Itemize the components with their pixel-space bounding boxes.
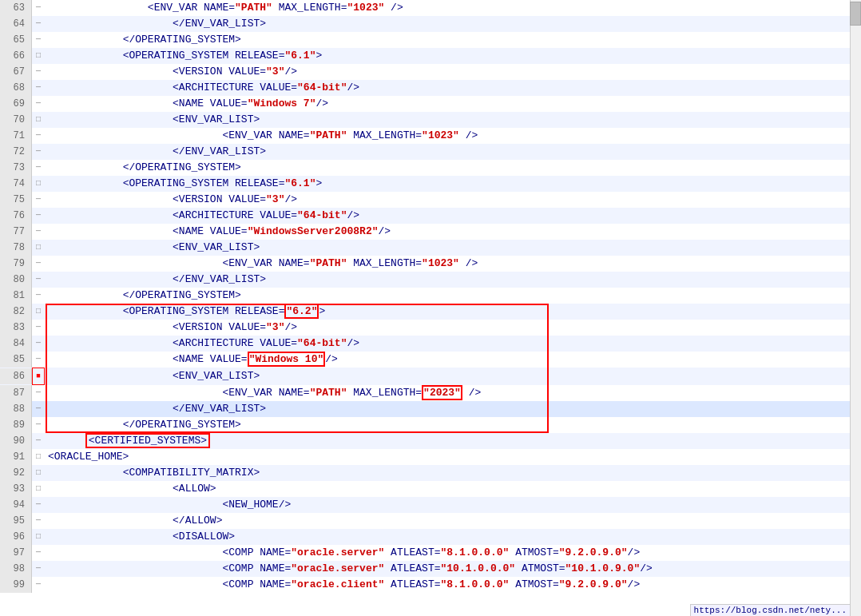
line-number-95: 95 bbox=[0, 513, 32, 529]
fold-88[interactable]: ─ bbox=[32, 401, 45, 417]
code-line-92: 92 □ <COMPATIBILITY_MATRIX> bbox=[0, 465, 861, 481]
fold-66[interactable]: □ bbox=[32, 48, 45, 64]
code-line-95: 95 ─ </ALLOW> bbox=[0, 513, 861, 529]
line-number-79: 79 bbox=[0, 256, 32, 272]
code-line-70: 70 □ <ENV_VAR_LIST> bbox=[0, 112, 861, 128]
line-number-74: 74 bbox=[0, 176, 32, 192]
fold-73[interactable]: ─ bbox=[32, 160, 45, 176]
fold-80[interactable]: ─ bbox=[32, 272, 45, 288]
line-content-63: <ENV_VAR NAME="PATH" MAX_LENGTH="1023" /… bbox=[45, 0, 861, 16]
fold-96[interactable]: □ bbox=[32, 529, 45, 545]
fold-85[interactable]: ─ bbox=[32, 352, 45, 368]
code-line-85: 85 ─ <NAME VALUE="Windows 10"/> bbox=[0, 352, 861, 368]
line-number-63: 63 bbox=[0, 0, 32, 16]
line-content-85: <NAME VALUE="Windows 10"/> bbox=[45, 352, 861, 368]
fold-70[interactable]: □ bbox=[32, 112, 45, 128]
fold-82[interactable]: □ bbox=[32, 304, 45, 320]
code-line-93: 93 □ <ALLOW> bbox=[0, 481, 861, 497]
line-content-89: </OPERATING_SYSTEM> bbox=[45, 417, 861, 433]
fold-97[interactable]: ─ bbox=[32, 545, 45, 561]
fold-83[interactable]: ─ bbox=[32, 320, 45, 336]
fold-74[interactable]: □ bbox=[32, 176, 45, 192]
fold-64[interactable]: ─ bbox=[32, 16, 45, 32]
code-line-65: 65 ─ </OPERATING_SYSTEM> bbox=[0, 32, 861, 48]
line-number-92: 92 bbox=[0, 465, 32, 481]
line-number-78: 78 bbox=[0, 240, 32, 256]
scrollbar-thumb[interactable] bbox=[850, 2, 861, 26]
line-number-91: 91 bbox=[0, 449, 32, 465]
line-content-64: </ENV_VAR_LIST> bbox=[45, 16, 861, 32]
line-number-87: 87 bbox=[0, 385, 32, 401]
line-content-91: <ORACLE_HOME> bbox=[45, 449, 861, 465]
code-line-66: 66 □ <OPERATING_SYSTEM RELEASE="6.1"> bbox=[0, 48, 861, 64]
line-content-99: <COMP NAME="oracle.client" ATLEAST="8.1.… bbox=[45, 577, 861, 593]
line-number-96: 96 bbox=[0, 529, 32, 545]
line-content-90: <CERTIFIED_SYSTEMS> bbox=[45, 433, 861, 449]
fold-90[interactable]: ─ bbox=[32, 433, 45, 449]
line-content-72: </ENV_VAR_LIST> bbox=[45, 144, 861, 160]
fold-86[interactable]: ■ bbox=[32, 368, 45, 385]
line-number-64: 64 bbox=[0, 16, 32, 32]
code-line-72: 72 ─ </ENV_VAR_LIST> bbox=[0, 144, 861, 160]
code-line-84: 84 ─ <ARCHITECTURE VALUE="64-bit"/> bbox=[0, 336, 861, 352]
fold-72[interactable]: ─ bbox=[32, 144, 45, 160]
code-line-68: 68 ─ <ARCHITECTURE VALUE="64-bit"/> bbox=[0, 80, 861, 96]
url-bar: https://blog.csdn.net/nety... bbox=[690, 604, 850, 616]
fold-75[interactable]: ─ bbox=[32, 192, 45, 208]
line-content-86: <ENV_VAR_LIST> bbox=[45, 368, 861, 384]
line-content-93: <ALLOW> bbox=[45, 481, 861, 497]
fold-81[interactable]: ─ bbox=[32, 288, 45, 304]
fold-95[interactable]: ─ bbox=[32, 513, 45, 529]
fold-87[interactable]: ─ bbox=[32, 385, 45, 401]
fold-63[interactable]: ─ bbox=[32, 0, 45, 16]
fold-84[interactable]: ─ bbox=[32, 336, 45, 352]
vertical-scrollbar[interactable] bbox=[850, 0, 861, 616]
fold-79[interactable]: ─ bbox=[32, 256, 45, 272]
code-line-90: 90 ─ <CERTIFIED_SYSTEMS> bbox=[0, 433, 861, 449]
fold-68[interactable]: ─ bbox=[32, 80, 45, 96]
code-line-73: 73 ─ </OPERATING_SYSTEM> bbox=[0, 160, 861, 176]
line-content-68: <ARCHITECTURE VALUE="64-bit"/> bbox=[45, 80, 861, 96]
line-number-86: 86 bbox=[0, 368, 32, 384]
code-line-64: 64 ─ </ENV_VAR_LIST> bbox=[0, 16, 861, 32]
line-content-94: <NEW_HOME/> bbox=[45, 497, 861, 513]
line-number-97: 97 bbox=[0, 545, 32, 561]
code-line-69: 69 ─ <NAME VALUE="Windows 7"/> bbox=[0, 96, 861, 112]
fold-89[interactable]: ─ bbox=[32, 417, 45, 433]
line-content-70: <ENV_VAR_LIST> bbox=[45, 112, 861, 128]
line-content-87: <ENV_VAR NAME="PATH" MAX_LENGTH="2023" /… bbox=[45, 385, 861, 401]
line-content-83: <VERSION VALUE="3"/> bbox=[45, 320, 861, 336]
line-content-71: <ENV_VAR NAME="PATH" MAX_LENGTH="1023" /… bbox=[45, 128, 861, 144]
fold-98[interactable]: ─ bbox=[32, 561, 45, 577]
line-number-94: 94 bbox=[0, 497, 32, 513]
code-line-82: 82 □ <OPERATING_SYSTEM RELEASE="6.2"> bbox=[0, 304, 861, 320]
fold-99[interactable]: ─ bbox=[32, 577, 45, 593]
code-line-88: 88 ─ </ENV_VAR_LIST> bbox=[0, 401, 861, 417]
fold-67[interactable]: ─ bbox=[32, 64, 45, 80]
fold-77[interactable]: ─ bbox=[32, 224, 45, 240]
code-line-75: 75 ─ <VERSION VALUE="3"/> bbox=[0, 192, 861, 208]
fold-76[interactable]: ─ bbox=[32, 208, 45, 224]
line-number-90: 90 bbox=[0, 433, 32, 449]
fold-94[interactable]: ─ bbox=[32, 497, 45, 513]
fold-71[interactable]: ─ bbox=[32, 128, 45, 144]
line-content-82: <OPERATING_SYSTEM RELEASE="6.2"> bbox=[45, 304, 861, 320]
line-number-93: 93 bbox=[0, 481, 32, 497]
code-line-97: 97 ─ <COMP NAME="oracle.server" ATLEAST=… bbox=[0, 545, 861, 561]
fold-91[interactable]: □ bbox=[32, 449, 45, 465]
line-number-66: 66 bbox=[0, 48, 32, 64]
code-line-71: 71 ─ <ENV_VAR NAME="PATH" MAX_LENGTH="10… bbox=[0, 128, 861, 144]
fold-92[interactable]: □ bbox=[32, 465, 45, 481]
line-number-81: 81 bbox=[0, 288, 32, 304]
code-line-94: 94 ─ <NEW_HOME/> bbox=[0, 497, 861, 513]
fold-93[interactable]: □ bbox=[32, 481, 45, 497]
line-content-97: <COMP NAME="oracle.server" ATLEAST="8.1.… bbox=[45, 545, 861, 561]
line-content-76: <ARCHITECTURE VALUE="64-bit"/> bbox=[45, 208, 861, 224]
line-content-73: </OPERATING_SYSTEM> bbox=[45, 160, 861, 176]
fold-78[interactable]: □ bbox=[32, 240, 45, 256]
fold-65[interactable]: ─ bbox=[32, 32, 45, 48]
line-number-88: 88 bbox=[0, 401, 32, 417]
code-line-76: 76 ─ <ARCHITECTURE VALUE="64-bit"/> bbox=[0, 208, 861, 224]
line-content-92: <COMPATIBILITY_MATRIX> bbox=[45, 465, 861, 481]
fold-69[interactable]: ─ bbox=[32, 96, 45, 112]
